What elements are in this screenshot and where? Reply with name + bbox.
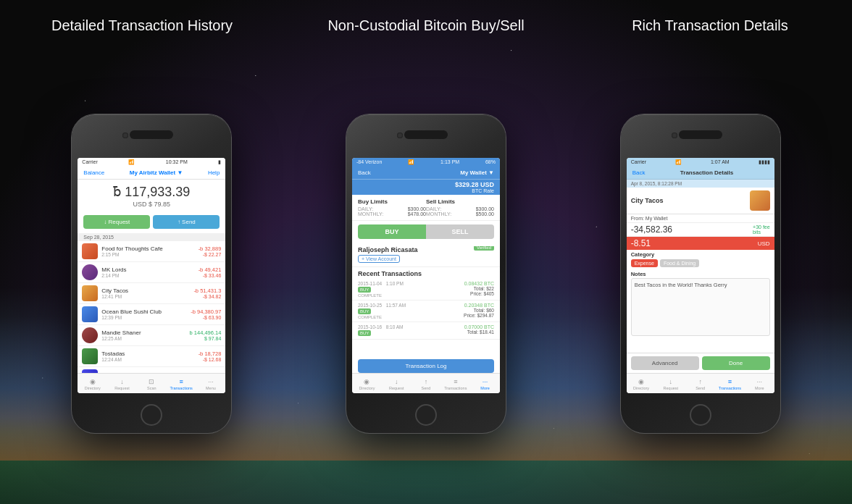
phone-3-wrapper: Carrier 📶 1:07 AM ▮▮▮▮ Back Transaction … [621,114,780,433]
p3-nav-request[interactable]: ↓ Request [656,374,685,393]
p3-nav-more[interactable]: ··· More [745,374,774,393]
p1-home-button[interactable] [141,404,162,426]
tx-time: 2:15 PM [101,252,198,257]
list-item[interactable]: 2015-10-25 11:57 AM BUY COMPLETE 0.20348… [352,301,500,322]
p1-nav-transactions[interactable]: ≡ Transactions [167,374,196,393]
p2-nav-request[interactable]: ↓ Request [382,374,412,393]
p2-daily-label: DAILY: [358,206,373,211]
p3-btc-amount: -34,582.36 [631,224,672,235]
phone-3-shell: Carrier 📶 1:07 AM ▮▮▮▮ Back Transaction … [621,114,780,433]
tx-time: 12:25 AM [101,336,189,341]
p3-done-button[interactable]: Done [702,356,770,370]
p3-nav-transactions[interactable]: ≡ Transactions [715,374,745,393]
directory-icon: ◉ [364,378,369,385]
p3-nav-send[interactable]: ↑ Send [685,374,715,393]
p2-recent-transactions-title: Recent Transactions [352,267,500,279]
p1-nav-directory[interactable]: ◉ Directory [78,374,107,393]
p2-account-section: Raljoseph Ricasata + View Account Verifi… [352,243,500,267]
tx-amount-city: -b 51,431.3 -$ 34.82 [193,287,221,299]
p3-carrier: Carrier [631,159,646,165]
tx-info-ocean: Ocean Blue Sushi Club 12:39 PM [101,308,191,320]
p3-dining-pill[interactable]: Food & Dining [660,259,699,267]
p1-balance-link[interactable]: Balance [83,169,104,176]
p2-buy-daily: DAILY: $300.00 [358,206,426,211]
p2-nav-more[interactable]: ··· More [470,374,500,393]
p3-merchant-section: City Tacos [627,188,774,214]
tx-info-mk: MK Lords 2:14 PM [101,266,198,278]
tx-amount-ocean: -b 94,380.97 -$ 63.90 [191,308,221,320]
p2-tx-total-1: Total: $22 [464,286,494,291]
p2-tx-date-1: 2015-11-04 1:10 PM [358,281,464,286]
table-row[interactable]: Mandie Shaner 12:25 AM b 144,496.14 $ 97… [78,325,225,346]
table-row[interactable]: Tostadas 12:24 AM -b 18,728 -$ 12.68 [78,346,225,367]
p3-home-button[interactable] [690,404,711,426]
p2-btc-rate-banner: $329.28 USD BTC Rate [352,180,500,195]
p1-nav-request[interactable]: ↓ Request [107,374,137,393]
table-row[interactable]: MK Lords 2:14 PM -b 49,421 -$ 33.46 [78,262,225,283]
table-row[interactable]: Food for Thoughts Cafe 2:15 PM -b 32,889… [78,241,225,262]
p2-buy-sell-toggle: BUY SELL [358,224,494,239]
table-row[interactable]: City Tacos 12:41 PM -b 51,431.3 -$ 34.82 [78,283,225,304]
tx-name: Mandie Shaner [101,329,189,336]
p1-nav-menu[interactable]: ··· Menu [196,374,226,393]
p2-sell-daily-value: $300.00 [476,206,494,211]
p2-home-button[interactable] [415,404,437,426]
p3-back-button[interactable]: Back [632,169,646,176]
tx-amount-tostadas: -b 18,728 -$ 12.68 [199,350,222,362]
p2-buy-button[interactable]: BUY [358,224,426,239]
p2-tx-right-1: 0.08432 BTC Total: $22 Price: $405 [464,281,494,298]
p2-buy-limits-title: Buy Limits [358,198,426,205]
p1-send-button[interactable]: ↑ Send [153,215,220,229]
p2-tx-type-3: BUY [358,330,371,336]
list-item[interactable]: 2015-11-04 1:10 PM BUY COMPLETE 0.08432 … [352,279,500,301]
phone-2-screen: -84 Verizon 📶 1:13 PM 68% Back My Wallet… [352,158,500,393]
p2-nav-transactions[interactable]: ≡ Transactions [440,374,470,393]
p1-wifi-icon: 📶 [128,159,135,165]
p1-wallet-title[interactable]: My Airbitz Wallet ▼ [130,169,183,176]
p3-action-row: Advanced Done [627,353,774,373]
p3-battery-icon: ▮▮▮▮ [759,159,770,165]
p1-balance-section: ƀ 117,933.39 USD $ 79.85 [78,180,225,211]
request-icon: ↓ [120,378,124,385]
p2-sell-button[interactable]: SELL [426,224,494,239]
p2-tx-price-2: Price: $294.87 [464,313,494,318]
send-icon: ↑ [425,378,428,385]
p1-nav-label-scan: Scan [147,386,156,390]
p1-carrier: Carrier [82,159,97,165]
p3-fee-display: +30 feebits [753,224,770,235]
p2-transaction-log-button[interactable]: Transaction Log [358,359,494,373]
p1-nav-scan[interactable]: ⊡ Scan [137,374,167,393]
more-icon: ··· [483,378,488,385]
p3-expense-pill[interactable]: Expense [631,259,658,267]
p2-buy-monthly: MONTHLY: $478.00 [358,211,426,217]
tx-usd: $ 97.84 [190,336,222,341]
transactions-icon: ≡ [454,378,457,385]
p3-merchant-name: City Tacos [631,197,750,204]
p2-view-account-button[interactable]: + View Account [358,255,400,263]
phone-2-shell: -84 Verizon 📶 1:13 PM 68% Back My Wallet… [346,114,506,433]
p2-monthly-value: $478.00 [408,211,426,217]
p3-category-label: Category [627,250,774,259]
p3-btc-amount-row: -34,582.36 +30 feebits [627,223,774,237]
p2-tx-status-1: COMPLETE [358,293,464,298]
p3-notes-field[interactable]: Best Tacos in the World! Thanks Gerry [631,278,770,336]
list-item[interactable]: 2015-10-16 8:10 AM BUY 0.07000 BTC Total… [352,322,500,340]
p2-back-button[interactable]: Back [358,169,371,176]
p3-nav-directory[interactable]: ◉ Directory [627,374,656,393]
table-row[interactable]: Ocean Blue Sushi Club 12:39 PM -b 94,380… [78,304,225,325]
p2-battery: 68% [485,159,496,165]
tx-btc: -b 18,728 [199,350,222,357]
p3-nav-title: Transaction Details [680,169,733,176]
p1-request-button[interactable]: ↓ Request [83,215,150,229]
p2-wallet-title[interactable]: My Wallet ▼ [460,169,494,176]
transactions-icon: ≡ [728,378,732,385]
phones-row: Carrier 📶 10:32 PM ▮ Balance My Airbitz … [0,43,852,504]
p1-help-link[interactable]: Help [208,169,220,176]
p3-advanced-button[interactable]: Advanced [631,356,699,370]
p2-price-display: $329.28 USD [455,181,494,188]
p2-nav-send[interactable]: ↑ Send [412,374,441,393]
p1-nav-label-transactions: Transactions [170,386,192,390]
tx-btc: b 144,496.14 [190,329,222,336]
p3-nav-label: Transactions [719,386,741,390]
p2-nav-directory[interactable]: ◉ Directory [352,374,382,393]
